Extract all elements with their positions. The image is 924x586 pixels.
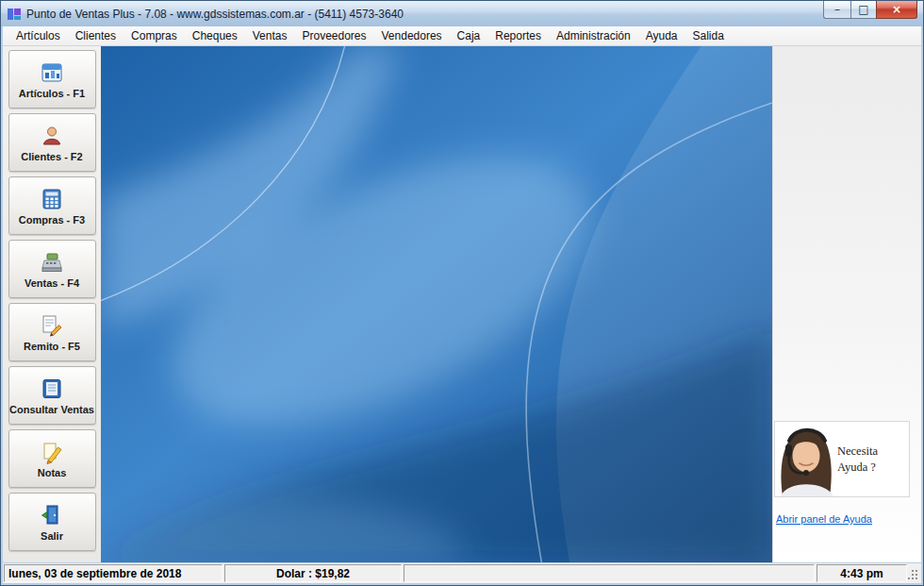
menu-cheques[interactable]: Cheques	[185, 26, 245, 45]
menu-caja[interactable]: Caja	[450, 26, 488, 45]
sidebar-label: Clientes - F2	[21, 151, 82, 162]
sidebar-button-ventas[interactable]: Ventas - F4	[8, 240, 96, 298]
support-agent-avatar	[775, 422, 837, 496]
menu-articulos[interactable]: Artículos	[8, 26, 68, 45]
app-window: Punto de Ventas Plus - 7.08 - www.gdssis…	[0, 0, 924, 586]
sidebar-button-notas[interactable]: Notas	[8, 429, 96, 488]
window-title: Punto de Ventas Plus - 7.08 - www.gdssis…	[26, 8, 404, 21]
menu-proveedores[interactable]: Proveedores	[294, 26, 373, 45]
open-help-panel-link[interactable]: Abrir panel de Ayuda	[776, 513, 872, 525]
sidebar-button-compras[interactable]: Compras - F3	[8, 176, 96, 235]
cash-register-icon	[40, 250, 64, 275]
sidebar-button-articulos[interactable]: Artículos - F1	[8, 50, 96, 109]
window-controls: – □ ×	[823, 1, 917, 19]
exit-door-icon	[40, 503, 64, 527]
statusbar: lunes, 03 de septiembre de 2018 Dolar : …	[3, 563, 921, 583]
pencil-icon	[40, 440, 64, 464]
sidebar-label: Consultar Ventas	[9, 404, 94, 415]
sidebar-label: Ventas - F4	[25, 277, 79, 289]
sidebar-label: Notas	[38, 467, 67, 478]
minimize-button[interactable]: –	[823, 1, 850, 19]
menu-vendedores[interactable]: Vendedores	[374, 26, 450, 45]
help-panel: Necesita Ayuda ? Abrir panel de Ayuda	[772, 46, 921, 562]
sidebar-button-remito[interactable]: Remito - F5	[8, 303, 96, 361]
menu-administracion[interactable]: Administración	[549, 26, 638, 45]
app-icon	[7, 7, 22, 22]
status-time: 4:43 pm	[817, 564, 907, 582]
menu-reportes[interactable]: Reportes	[487, 26, 549, 45]
status-dolar: Dolar : $19,82	[224, 564, 402, 582]
maximize-button[interactable]: □	[850, 1, 876, 19]
sidebar-label: Salir	[41, 530, 63, 542]
help-caption: Necesita Ayuda ?	[837, 444, 909, 476]
delivery-note-icon	[40, 313, 64, 338]
sidebar-label: Compras - F3	[19, 214, 85, 226]
sidebar-button-consultar-ventas[interactable]: Consultar Ventas	[8, 366, 96, 425]
menu-salida[interactable]: Salida	[685, 26, 732, 45]
main-area	[101, 46, 772, 562]
sidebar-button-salir[interactable]: Salir	[8, 493, 96, 551]
desktop-wallpaper	[101, 46, 772, 562]
content-area: Artículos - F1 Clientes - F2	[3, 46, 921, 562]
status-date: lunes, 03 de septiembre de 2018	[4, 564, 223, 582]
menu-clientes[interactable]: Clientes	[68, 26, 124, 45]
sidebar-label: Remito - F5	[24, 341, 80, 352]
menu-ayuda[interactable]: Ayuda	[638, 26, 685, 45]
close-button[interactable]: ×	[876, 1, 917, 19]
clients-icon	[40, 124, 64, 148]
sidebar-button-clientes[interactable]: Clientes - F2	[8, 113, 96, 172]
resize-grip[interactable]	[908, 563, 921, 583]
help-image: Necesita Ayuda ?	[775, 422, 909, 496]
titlebar: Punto de Ventas Plus - 7.08 - www.gdssis…	[1, 1, 923, 26]
menu-ventas[interactable]: Ventas	[245, 26, 295, 45]
menubar: Artículos Clientes Compras Cheques Venta…	[3, 26, 921, 46]
sales-ledger-icon	[40, 377, 64, 401]
sidebar: Artículos - F1 Clientes - F2	[3, 46, 101, 562]
sidebar-label: Artículos - F1	[19, 88, 85, 99]
status-filler	[404, 564, 815, 582]
calculator-icon	[40, 187, 64, 211]
menu-compras[interactable]: Compras	[124, 26, 185, 45]
articles-icon	[40, 60, 64, 85]
